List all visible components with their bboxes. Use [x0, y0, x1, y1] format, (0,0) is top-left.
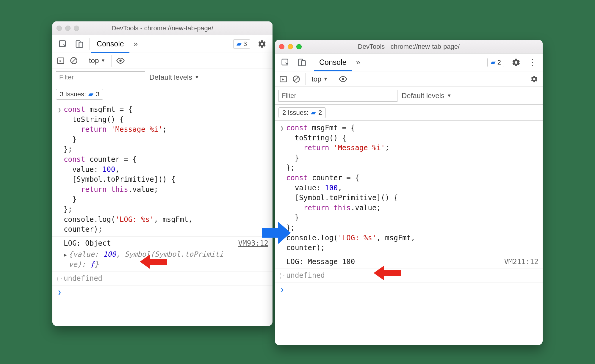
svg-point-7	[119, 59, 122, 62]
source-link[interactable]: VM211:12	[504, 257, 538, 267]
inspect-element-icon[interactable]	[277, 56, 293, 69]
svg-point-15	[342, 78, 344, 80]
issues-badge[interactable]: ▰ 3	[233, 39, 250, 49]
inspect-element-icon[interactable]	[55, 37, 71, 51]
issues-pill-label: 2 Issues:	[282, 109, 309, 117]
more-tabs-icon[interactable]: »	[353, 56, 364, 69]
clear-console-icon[interactable]	[291, 74, 302, 84]
separator	[83, 55, 83, 67]
chevron-down-icon: ▼	[195, 75, 199, 80]
separator	[312, 57, 312, 68]
separator	[89, 38, 90, 50]
levels-label: Default levels	[402, 92, 444, 100]
filter-row: Default levels ▼	[275, 87, 543, 105]
titlebar: DevTools - chrome://new-tab-page/	[52, 21, 273, 35]
live-expression-icon[interactable]	[115, 55, 126, 66]
execution-context-selector[interactable]: top ▼	[309, 75, 330, 83]
levels-label: Default levels	[149, 73, 192, 81]
settings-icon[interactable]	[508, 56, 524, 69]
console-sidebar-toggle-icon[interactable]	[278, 74, 289, 84]
issues-pill-label: 3 Issues:	[60, 90, 86, 98]
filter-input[interactable]	[56, 71, 145, 83]
undefined-value: undefined	[286, 271, 538, 281]
issues-icon: ▰	[491, 59, 496, 66]
log-text: LOG: Message 100	[286, 257, 355, 267]
filter-row: Default levels ▼	[52, 68, 273, 86]
console-prompt[interactable]: ❯	[52, 287, 273, 297]
zoom-icon[interactable]	[74, 26, 79, 31]
window-title: DevTools - chrome://new-tab-page/	[275, 43, 543, 51]
close-icon[interactable]	[279, 44, 284, 49]
issues-badge-count: 3	[243, 40, 247, 48]
console-log-row: LOG: Object VM93:12	[52, 238, 273, 249]
log-levels-selector[interactable]: Default levels ▼	[149, 73, 199, 81]
devtools-toolbar: Console » ▰ 3	[52, 35, 273, 53]
context-label: top	[311, 75, 321, 83]
expand-triangle-icon[interactable]: ▶	[64, 250, 67, 258]
console-settings-icon[interactable]	[529, 74, 540, 84]
highlight-arrow-icon	[139, 253, 168, 270]
device-toggle-icon[interactable]	[294, 56, 310, 69]
tab-console[interactable]: Console	[91, 37, 129, 51]
comparison-canvas: DevTools - chrome://new-tab-page/ Consol…	[52, 21, 543, 345]
chevron-down-icon: ▼	[323, 76, 328, 82]
titlebar: DevTools - chrome://new-tab-page/	[275, 40, 543, 54]
console-log-row: LOG: Message 100 VM211:12	[275, 256, 543, 268]
input-chevron-icon: ❯	[278, 123, 286, 132]
kebab-menu-icon[interactable]: ⋮	[525, 56, 540, 69]
window-controls[interactable]	[279, 44, 302, 49]
separator	[457, 90, 457, 102]
issues-pill-count: 3	[96, 90, 99, 98]
return-chevron-icon: ⟨·	[55, 274, 64, 283]
issues-pill-count: 2	[318, 109, 322, 117]
console-return-row: ⟨· undefined	[52, 273, 273, 284]
window-title: DevTools - chrome://new-tab-page/	[52, 24, 273, 32]
console-subtoolbar: top ▼	[52, 53, 273, 68]
console-output[interactable]: ❯ const msgFmt = { toString() { return '…	[275, 121, 543, 345]
window-controls[interactable]	[57, 26, 79, 31]
svg-line-6	[72, 59, 76, 63]
chevron-down-icon: ▼	[101, 58, 105, 63]
svg-rect-2	[79, 42, 83, 47]
execution-context-selector[interactable]: top ▼	[87, 57, 108, 65]
highlight-arrow-icon	[372, 265, 402, 281]
issues-badge-count: 2	[497, 59, 501, 66]
code-block: const msgFmt = { toString() { return 'Me…	[64, 105, 268, 235]
minimize-icon[interactable]	[65, 26, 71, 31]
issues-row: 3 Issues: ▰ 3	[52, 86, 273, 102]
console-input-row: ❯ const msgFmt = { toString() { return '…	[52, 104, 273, 235]
clear-console-icon[interactable]	[68, 55, 79, 66]
console-sidebar-toggle-icon[interactable]	[55, 55, 66, 66]
return-chevron-icon: ⟨·	[278, 271, 286, 280]
issues-icon: ▰	[88, 90, 93, 98]
prompt-chevron-icon: ❯	[278, 285, 286, 294]
issues-badge[interactable]: ▰ 2	[487, 58, 504, 67]
live-expression-icon[interactable]	[338, 74, 348, 84]
log-levels-selector[interactable]: Default levels ▼	[402, 92, 452, 100]
console-prompt[interactable]: ❯	[275, 284, 543, 294]
issues-pill[interactable]: 3 Issues: ▰ 3	[56, 89, 103, 100]
more-tabs-icon[interactable]: »	[130, 37, 141, 51]
console-return-row: ⟨· undefined	[275, 270, 543, 281]
tab-console[interactable]: Console	[314, 56, 352, 69]
device-toggle-icon[interactable]	[71, 37, 87, 51]
close-icon[interactable]	[57, 26, 62, 31]
issues-icon: ▰	[237, 40, 242, 48]
separator	[305, 73, 306, 85]
minimize-icon[interactable]	[288, 44, 293, 49]
input-chevron-icon: ❯	[55, 105, 64, 114]
console-subtoolbar: top ▼	[275, 71, 543, 87]
filter-input[interactable]	[278, 90, 397, 102]
issues-pill[interactable]: 2 Issues: ▰ 2	[278, 107, 326, 118]
svg-rect-10	[302, 60, 306, 66]
svg-line-14	[294, 77, 298, 81]
console-output[interactable]: ❯ const msgFmt = { toString() { return '…	[52, 102, 273, 326]
code-block: const msgFmt = { toString() { return 'Me…	[286, 123, 538, 253]
transition-arrow-icon	[260, 220, 293, 246]
zoom-icon[interactable]	[296, 44, 302, 49]
settings-icon[interactable]	[254, 37, 270, 51]
separator	[111, 55, 112, 67]
context-label: top	[89, 57, 99, 65]
console-input-row: ❯ const msgFmt = { toString() { return '…	[275, 123, 543, 254]
separator	[205, 71, 205, 83]
